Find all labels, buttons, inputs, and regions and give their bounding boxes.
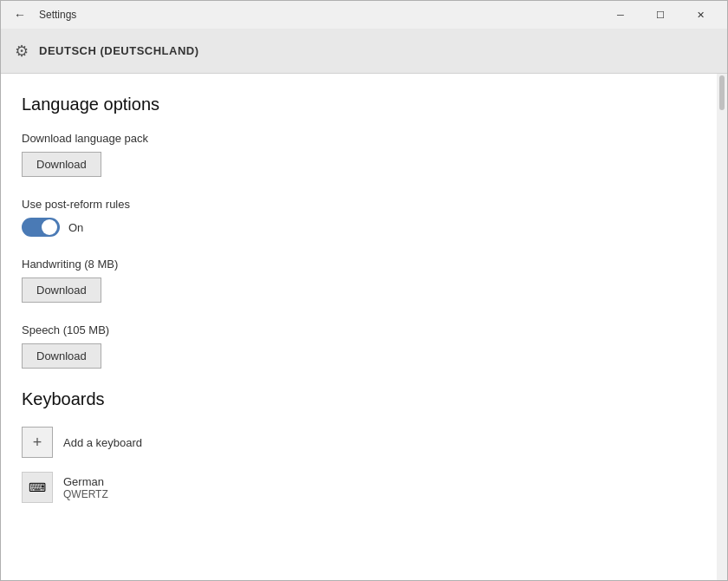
toggle-row: On [22, 218, 696, 237]
title-bar-left: ← Settings [8, 3, 601, 27]
post-reform-group: Use post-reform rules On [22, 198, 696, 237]
keyboards-title: Keyboards [22, 389, 696, 409]
post-reform-label: Use post-reform rules [22, 198, 696, 211]
scrollbar-thumb [719, 75, 725, 110]
window-controls: ─ ☐ ✕ [601, 1, 720, 29]
language-options-title: Language options [22, 95, 696, 114]
keyboard-info: German QWERTZ [63, 475, 108, 500]
download-speech-button[interactable]: Download [22, 343, 101, 369]
speech-group: Speech (105 MB) Download [22, 323, 696, 369]
page-subtitle: DEUTSCH (DEUTSCHLAND) [39, 44, 199, 57]
maximize-button[interactable]: ☐ [640, 1, 680, 29]
kbd-icon-symbol: ⌨ [29, 480, 46, 494]
keyboard-item-german: ⌨ German QWERTZ [22, 472, 696, 503]
handwriting-group: Handwriting (8 MB) Download [22, 258, 696, 303]
language-pack-label: Download language pack [22, 132, 696, 145]
post-reform-toggle[interactable] [22, 218, 60, 237]
settings-window: ← Settings ─ ☐ ✕ ⚙ DEUTSCH (DEUTSCHLAND)… [0, 0, 728, 581]
toggle-knob [42, 219, 57, 235]
close-button[interactable]: ✕ [680, 1, 720, 29]
scrollbar[interactable] [717, 74, 727, 580]
minimize-button[interactable]: ─ [601, 1, 640, 29]
download-handwriting-button[interactable]: Download [22, 277, 101, 303]
add-keyboard-row[interactable]: + Add a keyboard [22, 427, 696, 458]
back-button[interactable]: ← [8, 3, 32, 27]
speech-label: Speech (105 MB) [22, 323, 696, 336]
keyboard-name: German [63, 475, 108, 488]
add-keyboard-icon: + [22, 427, 53, 458]
plus-icon: + [33, 434, 42, 452]
content-area: Language options Download language pack … [1, 74, 727, 580]
add-keyboard-label: Add a keyboard [63, 436, 142, 449]
title-bar: ← Settings ─ ☐ ✕ [1, 1, 727, 29]
subtitle-bar: ⚙ DEUTSCH (DEUTSCHLAND) [1, 29, 727, 74]
handwriting-label: Handwriting (8 MB) [22, 258, 696, 271]
back-icon: ← [14, 8, 26, 22]
language-pack-group: Download language pack Download [22, 132, 696, 177]
window-title: Settings [39, 9, 76, 21]
keyboard-type: QWERTZ [63, 488, 108, 500]
gear-icon: ⚙ [15, 42, 29, 61]
main-content: Language options Download language pack … [1, 74, 717, 580]
keyboard-icon: ⌨ [22, 472, 53, 503]
keyboards-section: Keyboards + Add a keyboard ⌨ German QWER [22, 389, 696, 503]
toggle-state-label: On [68, 221, 83, 234]
download-language-pack-button[interactable]: Download [22, 152, 101, 177]
